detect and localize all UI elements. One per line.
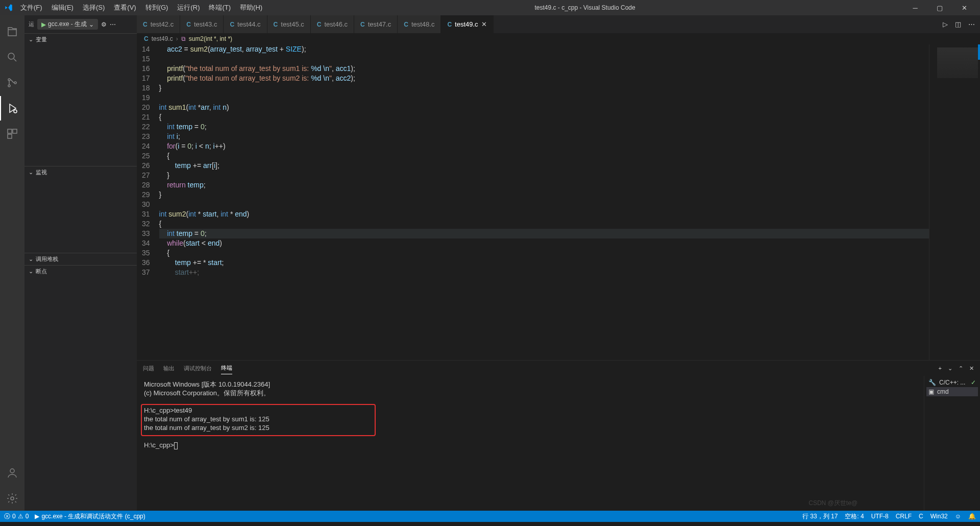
status-task[interactable]: ▶ gcc.exe - 生成和调试活动文件 (c_cpp)	[35, 512, 145, 521]
svg-point-3	[14, 82, 16, 84]
accounts-icon[interactable]	[0, 461, 24, 485]
terminal-process-row[interactable]: ▣cmd	[926, 387, 978, 396]
status-cursor-pos[interactable]: 行 33，列 17	[802, 512, 838, 521]
menu-item[interactable]: 转到(G)	[141, 1, 173, 14]
status-indent[interactable]: 空格: 4	[845, 512, 864, 521]
panel-tab[interactable]: 问题	[143, 363, 154, 374]
breadcrumb-sep-icon: ›	[176, 35, 178, 42]
tab-label: test42.c	[151, 20, 174, 28]
window-title: test49.c - c_cpp - Visual Studio Code	[266, 4, 903, 11]
title-bar: 文件(F)编辑(E)选择(S)查看(V)转到(G)运行(R)终端(T)帮助(H)…	[0, 0, 980, 15]
svg-point-2	[8, 85, 10, 87]
tab-label: test46.c	[324, 20, 348, 28]
settings-gear-icon[interactable]	[0, 486, 24, 511]
minimap-scroll-indicator	[978, 44, 980, 60]
menu-item[interactable]: 查看(V)	[110, 1, 140, 14]
editor-tab[interactable]: Ctest42.c	[137, 15, 180, 33]
tab-label: test45.c	[281, 20, 304, 28]
svg-rect-5	[8, 129, 12, 133]
status-encoding[interactable]: UTF-8	[871, 513, 889, 520]
chevron-down-icon: ⌄	[89, 21, 94, 28]
editor-tab[interactable]: Ctest49.c✕	[441, 15, 493, 33]
status-eol[interactable]: CRLF	[896, 513, 912, 520]
more-actions-icon[interactable]: ⋯	[110, 21, 116, 28]
maximize-button[interactable]: ▢	[928, 0, 951, 15]
breadcrumb[interactable]: C test49.c › ⧉ sum2(int *, int *)	[137, 33, 980, 44]
extensions-icon[interactable]	[0, 122, 24, 146]
split-editor-icon[interactable]: ◫	[955, 20, 961, 28]
minimap-overview	[937, 47, 978, 78]
status-language[interactable]: C	[919, 513, 923, 520]
minimize-button[interactable]: ─	[903, 0, 927, 15]
panel-tab[interactable]: 调试控制台	[184, 363, 212, 374]
source-control-icon[interactable]	[0, 70, 24, 95]
run-debug-icon[interactable]	[0, 96, 24, 121]
close-window-button[interactable]: ✕	[952, 0, 976, 15]
code-content[interactable]: acc2 = sum2(array_test, array_test + SIZ…	[159, 44, 929, 360]
run-file-icon[interactable]: ▷	[943, 20, 948, 28]
chevron-down-icon: ⌄	[29, 268, 34, 275]
menu-bar: 文件(F)编辑(E)选择(S)查看(V)转到(G)运行(R)终端(T)帮助(H)	[16, 1, 266, 14]
editor-tab[interactable]: Ctest43.c	[180, 15, 224, 33]
status-feedback-icon[interactable]: ☺	[955, 513, 961, 520]
close-panel-icon[interactable]: ✕	[969, 365, 974, 372]
terminal-dropdown-icon[interactable]: ⌄	[948, 365, 952, 372]
minimap[interactable]	[929, 44, 980, 360]
status-bell-icon[interactable]: 🔔	[968, 513, 976, 520]
chevron-down-icon: ⌄	[29, 256, 34, 262]
play-icon: ▶	[41, 21, 46, 28]
editor-tab[interactable]: Ctest48.c	[398, 15, 441, 33]
menu-item[interactable]: 选择(S)	[79, 1, 109, 14]
editor-area: Ctest42.cCtest43.cCtest44.cCtest45.cCtes…	[137, 15, 980, 511]
panel-tab[interactable]: 终端	[221, 362, 232, 374]
sidebar-section-header[interactable]: ⌄断点	[24, 266, 137, 277]
terminal-icon: ▣	[928, 388, 934, 395]
close-tab-icon[interactable]: ✕	[481, 20, 487, 28]
panel-tab[interactable]: 输出	[163, 363, 175, 374]
tab-label: test49.c	[455, 20, 478, 28]
sidebar-section-header[interactable]: ⌄监视	[24, 166, 137, 178]
launch-config-selector[interactable]: ▶ gcc.exe - 生成 ⌄	[37, 19, 98, 30]
check-icon: ✓	[971, 379, 976, 386]
configure-gear-icon[interactable]: ⚙	[101, 21, 107, 28]
sidebar-section-header[interactable]: ⌄变量	[24, 34, 137, 45]
more-editor-actions-icon[interactable]: ⋯	[968, 20, 975, 28]
editor-tab[interactable]: Ctest46.c	[311, 15, 354, 33]
svg-point-8	[10, 469, 14, 473]
status-errors[interactable]: ⓧ 0 ⚠ 0	[4, 512, 29, 521]
explorer-icon[interactable]	[0, 19, 24, 44]
panel-tabs: 问题输出调试控制台终端+⌄⌃✕	[137, 361, 980, 376]
file-type-icon: C	[447, 21, 452, 28]
terminal-line: H:\c_cpp>	[144, 441, 917, 449]
menu-item[interactable]: 编辑(E)	[47, 1, 78, 14]
tab-label: test44.c	[237, 20, 261, 28]
breadcrumb-symbol: sum2(int *, int *)	[189, 35, 232, 42]
maximize-panel-icon[interactable]: ⌃	[959, 365, 963, 372]
chevron-down-icon: ⌄	[29, 169, 34, 176]
terminal-cursor	[174, 442, 178, 449]
editor-tab[interactable]: Ctest47.c	[354, 15, 398, 33]
menu-item[interactable]: 运行(R)	[173, 1, 204, 14]
sidebar-section-header[interactable]: ⌄调用堆栈	[24, 253, 137, 265]
menu-item[interactable]: 终端(T)	[205, 1, 235, 14]
terminal-line: Microsoft Windows [版本 10.0.19044.2364]	[144, 380, 917, 389]
code-editor[interactable]: 1415161718192021222324252627282930313233…	[137, 44, 980, 360]
editor-tab[interactable]: Ctest45.c	[267, 15, 311, 33]
terminal-line: (c) Microsoft Corporation。保留所有权利。	[144, 389, 917, 397]
terminal-process-row[interactable]: 🔧C/C++: ...✓	[926, 378, 978, 387]
breadcrumb-file: test49.c	[152, 35, 173, 42]
file-type-icon: C	[274, 21, 278, 28]
output-highlight-box	[141, 404, 376, 436]
editor-tab[interactable]: Ctest44.c	[224, 15, 267, 33]
tab-label: test47.c	[368, 20, 391, 28]
search-icon[interactable]	[0, 45, 24, 69]
menu-item[interactable]: 文件(F)	[16, 1, 46, 14]
new-terminal-icon[interactable]: +	[939, 365, 942, 372]
terminal[interactable]: CSDN @厌世te@ Microsoft Windows [版本 10.0.1…	[137, 376, 924, 511]
run-debug-title: 运	[29, 20, 34, 28]
status-os[interactable]: Win32	[930, 513, 948, 520]
svg-point-0	[8, 53, 14, 59]
menu-item[interactable]: 帮助(H)	[236, 1, 266, 14]
symbol-icon: ⧉	[181, 35, 186, 42]
file-type-icon: C	[360, 21, 365, 28]
